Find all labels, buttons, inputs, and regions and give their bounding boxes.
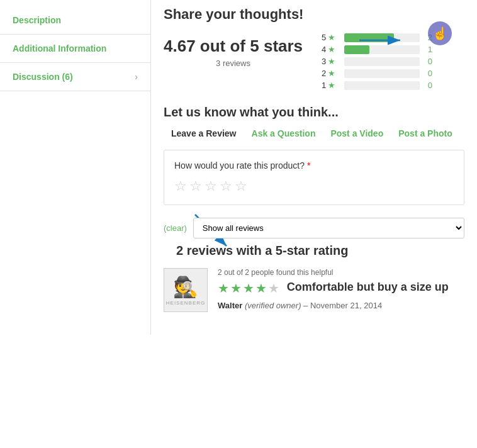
helpful-text: 2 out of 2 people found this helpful	[218, 268, 464, 277]
rating-row-2: 2 ★ 0	[322, 69, 464, 78]
sidebar-item-additional-information[interactable]: Additional Information	[0, 35, 150, 63]
filter-clear-area: (clear) Show all reviews	[164, 218, 464, 238]
review-star-3: ★	[243, 281, 254, 296]
review-tabs: Leave a Review Ask a Question Post a Vid…	[164, 126, 464, 141]
review-card: 🕵 HEISENBERG 2 out of 2 people found thi…	[164, 268, 464, 312]
reviewer-avatar: 🕵 HEISENBERG	[164, 268, 208, 312]
star-icon: ★	[328, 57, 335, 66]
star-4[interactable]: ☆	[220, 178, 232, 194]
avatar-label: HEISENBERG	[166, 300, 205, 306]
filter-annotation-area: (clear) Show all reviews	[164, 218, 464, 238]
star-icon: ★	[328, 81, 335, 90]
review-content: 2 out of 2 people found this helpful ★ ★…	[218, 268, 464, 312]
author-date-separator: –	[303, 301, 310, 310]
sidebar-item-description[interactable]: Description	[0, 6, 150, 35]
rating-row-1: 1 ★ 0	[322, 81, 464, 90]
star-3[interactable]: ☆	[205, 178, 217, 194]
overall-reviews-count: 3 reviews	[164, 59, 303, 68]
review-star-5: ★	[268, 281, 279, 296]
rating-count[interactable]: 0	[424, 57, 432, 66]
star-icon: ★	[328, 45, 335, 54]
rating-count[interactable]: 0	[424, 69, 432, 78]
tab-post-video[interactable]: Post a Video	[323, 126, 391, 141]
star-5[interactable]: ☆	[235, 178, 247, 194]
arrow-container: ☝ 5 ★ 2 4 ★ 1 3 ★	[322, 30, 464, 92]
sidebar-item-label: Description	[13, 15, 61, 25]
tab-post-photo[interactable]: Post a Photo	[391, 126, 460, 141]
review-author: Walter (verified owner) – November 21, 2…	[218, 301, 464, 310]
sidebar-item-label: Additional Information	[13, 43, 106, 53]
star-1[interactable]: ☆	[174, 178, 187, 194]
tab-ask-question[interactable]: Ask a Question	[244, 126, 323, 141]
tab-leave-review[interactable]: Leave a Review	[164, 126, 244, 141]
sidebar: Description Additional Information Discu…	[0, 0, 151, 335]
review-title: Comfortable but buy a size up	[287, 281, 449, 296]
form-question: How would you rate this product? *	[174, 160, 454, 171]
rating-overview: 4.67 out of 5 stars 3 reviews ☝	[164, 30, 464, 92]
let-us-know-header: Let us know what you think...	[164, 105, 464, 120]
share-header: Share your thoughts!	[164, 6, 464, 23]
review-star-2: ★	[230, 281, 242, 296]
overall-score: 4.67 out of 5 stars	[164, 36, 303, 56]
cursor-overlay: ☝	[428, 21, 452, 45]
star-icon: ★	[328, 69, 335, 78]
bar-background	[344, 69, 420, 78]
star-icon: ★	[328, 33, 335, 42]
review-star-4: ★	[255, 281, 267, 296]
bar-background	[344, 57, 420, 66]
arrow-right-icon	[359, 28, 410, 53]
sidebar-item-discussion[interactable]: Discussion (6) ›	[0, 63, 150, 91]
avatar-image: 🕵	[173, 275, 198, 299]
review-form: How would you rate this product? * ☆ ☆ ☆…	[164, 150, 464, 205]
reviews-filter-select[interactable]: Show all reviews	[193, 218, 464, 238]
sidebar-item-label: Discussion (6)	[13, 72, 73, 82]
review-date: November 21, 2014	[310, 301, 382, 310]
rating-count[interactable]: 0	[424, 81, 432, 90]
verified-label: (verified owner)	[245, 301, 301, 310]
required-indicator: *	[307, 160, 310, 171]
rating-count[interactable]: 1	[424, 45, 432, 54]
star-rating-input[interactable]: ☆ ☆ ☆ ☆ ☆	[174, 178, 454, 194]
chevron-right-icon: ›	[135, 72, 138, 82]
review-stars: ★ ★ ★ ★ ★ Comfortable but buy a size up	[218, 281, 464, 296]
rating-row-3: 3 ★ 0	[322, 57, 464, 66]
overall-rating: 4.67 out of 5 stars 3 reviews	[164, 30, 303, 68]
review-star-1: ★	[218, 281, 229, 296]
cursor-hand-icon: ☝	[432, 26, 448, 41]
author-name: Walter	[218, 301, 242, 310]
star-2[interactable]: ☆	[189, 178, 202, 194]
clear-filter-link[interactable]: (clear)	[164, 223, 187, 233]
bar-background	[344, 81, 420, 90]
main-content: Share your thoughts! 4.67 out of 5 stars…	[151, 0, 477, 335]
